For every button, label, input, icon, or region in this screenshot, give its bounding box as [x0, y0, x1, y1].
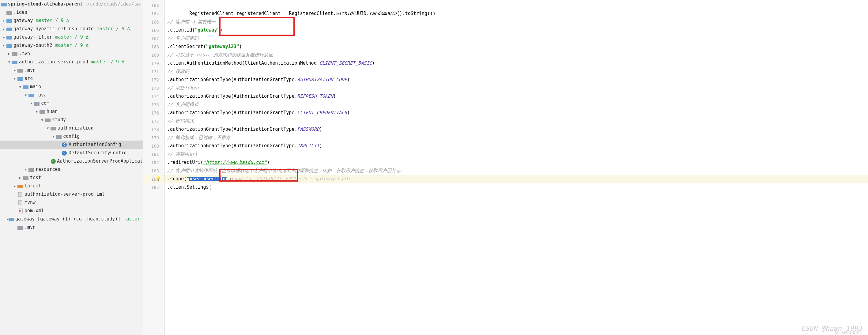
tree-item-study[interactable]: ▼study: [0, 116, 143, 124]
gutter-line-178[interactable]: 178: [143, 125, 164, 133]
gutter-line-170[interactable]: 170: [143, 59, 164, 67]
gutter-line-173[interactable]: 173: [143, 84, 164, 92]
gutter-line-168[interactable]: 168: [143, 42, 164, 51]
expand-arrow[interactable]: ▶: [1, 36, 6, 39]
expand-arrow[interactable]: ▼: [12, 77, 17, 80]
tree-item-label: main: [30, 85, 41, 89]
editor[interactable]: RegisteredClient registeredClient = Regi…: [165, 0, 868, 335]
code-line-180[interactable]: .authorizationGrantType(AuthorizationGra…: [165, 142, 868, 150]
gutter-line-174[interactable]: 174: [143, 92, 164, 100]
gutter-line-163[interactable]: 163: [143, 1, 164, 9]
tree-item--idea[interactable]: .idea: [0, 8, 143, 17]
tree-item-target[interactable]: ▶target: [0, 182, 143, 190]
gutter-line-176[interactable]: 176: [143, 109, 164, 117]
tree-item-defaultsecurityconfig[interactable]: CDefaultSecurityConfig: [0, 149, 143, 157]
gutter-line-180[interactable]: 180: [143, 142, 164, 150]
tree-item--mvn[interactable]: ▶.mvn: [0, 66, 143, 74]
project-tree[interactable]: spring-cloud-alibaba-parent ~/code/study…: [0, 0, 143, 335]
expand-arrow[interactable]: ▼: [40, 119, 45, 122]
tree-item-authorization[interactable]: ▼authorization: [0, 124, 143, 132]
svg-rect-4: [6, 36, 12, 39]
tree-item-authorizationconfig[interactable]: CAuthorizationConfig: [0, 141, 143, 149]
svg-rect-20: [19, 192, 22, 196]
gutter-line-182[interactable]: 182: [143, 158, 164, 166]
code-line-170[interactable]: .clientAuthenticationMethod(ClientAuthen…: [165, 59, 868, 67]
code-line-178[interactable]: .authorizationGrantType(AuthorizationGra…: [165, 125, 868, 133]
tree-root[interactable]: spring-cloud-alibaba-parent ~/code/study…: [0, 0, 143, 8]
code-line-176[interactable]: .authorizationGrantType(AuthorizationGra…: [165, 109, 868, 117]
tree-item-authorization-server-prod[interactable]: ▼authorization-server-prodmaster / 9 ∆: [0, 58, 143, 66]
intention-bulb-icon[interactable]: 💡: [156, 177, 161, 181]
tree-item-main[interactable]: ▼main: [0, 83, 143, 91]
tree-item-resources[interactable]: ▶resources: [0, 165, 143, 174]
expand-arrow[interactable]: ▼: [7, 61, 12, 64]
tree-item--mvn[interactable]: .mvn: [0, 223, 143, 232]
gutter-line-177[interactable]: 177: [143, 117, 164, 125]
expand-arrow[interactable]: ▼: [18, 85, 23, 89]
tree-item--mvn[interactable]: ▶.mvn: [0, 50, 143, 58]
code-line-164[interactable]: RegisteredClient registeredClient = Regi…: [165, 9, 868, 18]
svg-rect-12: [34, 102, 39, 105]
code-line-179[interactable]: // 简化模式，已过时，不推荐: [165, 133, 868, 142]
tree-item-gateway--gateway--1---com-huan-study--[interactable]: ▶gateway [gateway (1) (com.huan.study)]m…: [0, 215, 143, 223]
expand-arrow[interactable]: ▶: [12, 185, 17, 188]
expand-arrow[interactable]: ▼: [23, 94, 28, 97]
class-run-icon: C: [51, 159, 56, 164]
expand-arrow[interactable]: ▶: [23, 168, 28, 171]
expand-arrow[interactable]: ▶: [1, 28, 6, 31]
code-line-182[interactable]: .redirectUri("https://www.baidu.com"): [165, 158, 868, 166]
expand-arrow[interactable]: ▼: [45, 127, 50, 130]
gutter-line-179[interactable]: 179: [143, 133, 164, 142]
gutter-line-165[interactable]: 165: [143, 18, 164, 26]
code-line-171[interactable]: // 授权码: [165, 67, 868, 75]
tree-item-authorizationserverprodapplicati[interactable]: CAuthorizationServerProdApplicati: [0, 157, 143, 165]
code-line-185[interactable]: .clientSettings(: [165, 183, 868, 191]
svg-rect-22: [8, 218, 14, 221]
gutter-line-184[interactable]: 184💡: [143, 175, 164, 183]
expand-arrow[interactable]: ▶: [7, 52, 12, 55]
code-line-169[interactable]: // 可以基于 basic 的方式和授权服务器进行认证: [165, 51, 868, 59]
tree-item-gateway-dynamic-refresh-route[interactable]: ▶gateway-dynamic-refresh-routemaster / 9…: [0, 25, 143, 33]
code-line-175[interactable]: // 客户端模式: [165, 100, 868, 109]
tree-item-gateway-oauth2[interactable]: ▶gateway-oauth2master / 9 ∆: [0, 41, 143, 50]
gutter-line-164[interactable]: 164: [143, 9, 164, 18]
tree-item-config[interactable]: ▼config: [0, 132, 143, 141]
expand-arrow[interactable]: ▶: [18, 176, 23, 179]
code-line-174[interactable]: .authorizationGrantType(AuthorizationGra…: [165, 92, 868, 100]
expand-arrow[interactable]: ▶: [1, 44, 6, 47]
code-line-181[interactable]: // 重定向url: [165, 150, 868, 158]
tree-item-com[interactable]: ▼com: [0, 99, 143, 108]
expand-arrow[interactable]: ▶: [12, 69, 17, 72]
expand-arrow[interactable]: ▶: [1, 19, 6, 22]
gutter-line-166[interactable]: 166: [143, 26, 164, 34]
tree-item-pom-xml[interactable]: mpom.xml: [0, 207, 143, 215]
tree-root-label: spring-cloud-alibaba-parent: [8, 2, 83, 6]
gutter-line-169[interactable]: 169: [143, 51, 164, 59]
svg-rect-13: [39, 110, 45, 114]
gutter-line-181[interactable]: 181: [143, 150, 164, 158]
gutter-line-175[interactable]: 175: [143, 100, 164, 109]
tree-item-gateway[interactable]: ▶gatewaymaster / 9 ∆: [0, 17, 143, 25]
gutter-line-172[interactable]: 172: [143, 75, 164, 84]
expand-arrow[interactable]: ▼: [29, 102, 34, 105]
code-line-177[interactable]: // 密码模式: [165, 117, 868, 125]
tree-item-gateway-filter[interactable]: ▶gateway-filtermaster / 9 ∆: [0, 33, 143, 41]
gutter-line-185[interactable]: 185: [143, 183, 164, 191]
code-line-172[interactable]: .authorizationGrantType(AuthorizationGra…: [165, 75, 868, 84]
gutter-line-167[interactable]: 167: [143, 34, 164, 42]
tree-item-mvnw[interactable]: mvnw: [0, 199, 143, 207]
tree-item-src[interactable]: ▼src: [0, 74, 143, 83]
tree-item-test[interactable]: ▶test: [0, 174, 143, 182]
folder-gray-icon: [6, 10, 12, 15]
expand-arrow[interactable]: ▼: [34, 110, 39, 113]
tree-item-java[interactable]: ▼java: [0, 91, 143, 99]
gutter-line-183[interactable]: 183: [143, 166, 164, 175]
highlight-box-clientid: [219, 17, 294, 36]
tree-item-authorization-server-prod-iml[interactable]: authorization-server-prod.iml: [0, 190, 143, 199]
code-line-168[interactable]: .clientSecret("gateway123"): [165, 42, 868, 51]
gutter-line-171[interactable]: 171: [143, 67, 164, 75]
tree-item-huan[interactable]: ▼huan: [0, 108, 143, 116]
expand-arrow[interactable]: ▼: [51, 135, 56, 138]
code-line-163[interactable]: [165, 1, 868, 9]
code-line-173[interactable]: // 刷新token: [165, 84, 868, 92]
